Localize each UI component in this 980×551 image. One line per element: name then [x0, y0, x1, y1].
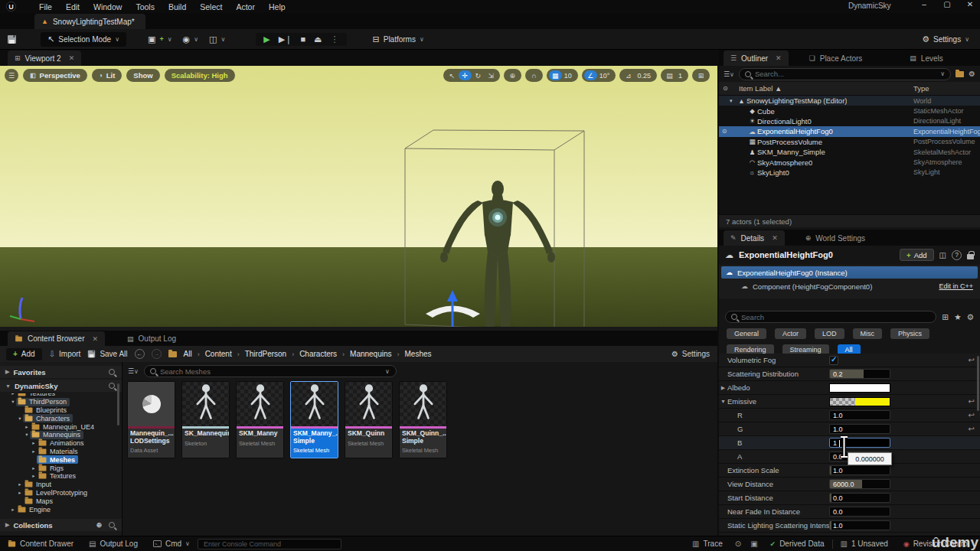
eject-button[interactable]: ⏏: [314, 34, 322, 44]
folder-item[interactable]: Mannequin_UE4: [30, 422, 97, 431]
menu-item-select[interactable]: Select: [194, 2, 228, 12]
category-chip-physics[interactable]: Physics: [890, 328, 929, 339]
move-tool-icon[interactable]: ✛: [459, 70, 472, 80]
close-icon[interactable]: ✕: [69, 54, 75, 62]
lit-dropdown[interactable]: ◑Lit: [92, 69, 122, 82]
expand-arrow-icon[interactable]: ▸: [31, 465, 37, 471]
close-icon[interactable]: ✕: [772, 234, 778, 242]
save-icon[interactable]: [8, 35, 16, 44]
search-icon[interactable]: [109, 383, 115, 389]
surface-snapping[interactable]: ∩: [525, 69, 543, 82]
breadcrumb-item-thirdperson[interactable]: ThirdPerson: [245, 350, 286, 358]
menu-item-window[interactable]: Window: [87, 2, 128, 12]
tab-details[interactable]: ✎ Details ✕: [724, 230, 785, 246]
folder-tree-row[interactable]: ▸Textures: [0, 472, 122, 481]
rotate-tool-icon[interactable]: ↻: [472, 70, 485, 80]
scale-snap-control[interactable]: ⊿ 0.25: [619, 69, 657, 82]
folder-item[interactable]: Meshes: [37, 455, 78, 464]
expand-arrow-icon[interactable]: ▾: [24, 432, 30, 438]
tab-output-log[interactable]: ▤ Output Log: [120, 331, 183, 346]
unsaved-button[interactable]: ▥ 1 Unsaved: [833, 540, 896, 548]
maximize-viewport[interactable]: ⊞: [692, 69, 710, 82]
platforms-dropdown[interactable]: ⊟ Platforms ∨: [373, 34, 424, 44]
derived-data-button[interactable]: ✔ Derived Data: [763, 540, 832, 548]
expand-arrow-icon[interactable]: ▾: [730, 98, 737, 104]
add-collection-icon[interactable]: ⊕: [96, 521, 102, 529]
folder-tree-row[interactable]: ▸Rigs: [0, 464, 122, 472]
maximize-button[interactable]: ▢: [942, 0, 952, 8]
category-chip-actor[interactable]: Actor: [775, 328, 806, 339]
folder-item[interactable]: Rigs: [37, 464, 67, 472]
stop-button[interactable]: ■: [300, 34, 305, 44]
category-chip-general[interactable]: General: [727, 328, 766, 339]
folder-tree-row[interactable]: ▾Mannequins: [0, 431, 122, 439]
menu-item-edit[interactable]: Edit: [60, 2, 86, 12]
new-folder-icon[interactable]: [956, 71, 964, 77]
color-swatch[interactable]: [829, 383, 890, 393]
minimize-button[interactable]: –: [919, 0, 929, 8]
expand-arrow-icon[interactable]: ▸: [31, 473, 37, 479]
instance-row[interactable]: ☁ ExponentialHeightFog0 (Instance): [721, 266, 978, 279]
blueprint-convert-icon[interactable]: ◫: [939, 251, 946, 259]
asset-card[interactable]: Mannequin_...LODSettingsData Asset: [127, 381, 175, 458]
forward-button[interactable]: →: [152, 349, 162, 359]
details-scrollbar[interactable]: [977, 356, 979, 411]
folder-tree-row[interactable]: ▾Characters: [0, 414, 122, 422]
rotation-snap-control[interactable]: ∠ 10°: [582, 69, 616, 82]
close-icon[interactable]: ✕: [92, 335, 98, 343]
numeric-input[interactable]: 1.0: [829, 520, 890, 530]
asset-card[interactable]: SKM_MannySkeletal Mesh: [236, 381, 284, 458]
folder-tree-row[interactable]: Blueprints: [0, 406, 122, 415]
details-search-input[interactable]: Search: [725, 311, 936, 323]
expand-arrow-icon[interactable]: ▸: [31, 440, 37, 446]
eye-icon[interactable]: ⊙: [723, 85, 728, 92]
folder-tree-row[interactable]: ▸LevelPrototyping: [0, 489, 122, 497]
level-tab[interactable]: ▲ SnowyLightingTestMap*: [34, 14, 145, 29]
search-icon[interactable]: [109, 369, 115, 375]
folder-item[interactable]: Textures: [37, 472, 79, 481]
unreal-logo-icon[interactable]: U: [6, 2, 16, 11]
numeric-input[interactable]: 1.0: [829, 424, 890, 434]
numeric-input[interactable]: 6000.0: [829, 479, 890, 489]
breadcrumb-item-content[interactable]: Content: [205, 350, 232, 358]
folder-item[interactable]: Animations: [37, 439, 87, 448]
folder-item[interactable]: LevelPrototyping: [23, 489, 90, 497]
expand-arrow-icon[interactable]: ▶: [719, 385, 727, 391]
reset-to-default-icon[interactable]: ↩: [969, 425, 975, 433]
scalability-button[interactable]: Scalability: High: [165, 69, 235, 82]
snapshot-icon[interactable]: ▣: [746, 540, 762, 548]
scale-snap-value[interactable]: 0.25: [635, 72, 655, 80]
expand-arrow-icon[interactable]: ▸: [17, 481, 23, 487]
collections-section[interactable]: ▶ Collections ⊕: [0, 519, 122, 531]
add-component-button[interactable]: + Add: [900, 249, 933, 261]
folder-item[interactable]: Blueprints: [23, 406, 70, 415]
menu-item-help[interactable]: Help: [263, 2, 292, 12]
edit-in-cpp-link[interactable]: Edit in C++: [939, 282, 973, 290]
eye-icon[interactable]: ⊙: [719, 128, 730, 135]
content-drawer-button[interactable]: Content Drawer: [0, 540, 81, 548]
world-local-toggle[interactable]: ⊕: [504, 69, 521, 82]
close-button[interactable]: ✕: [965, 0, 975, 8]
numeric-input[interactable]: 0.0: [829, 493, 890, 503]
insights-icon[interactable]: ⊙: [730, 540, 746, 548]
camera-speed-control[interactable]: ▤ 1: [661, 69, 688, 82]
menu-item-file[interactable]: File: [33, 2, 58, 12]
details-settings-gear-icon[interactable]: ⚙: [967, 312, 974, 321]
menu-item-tools[interactable]: Tools: [129, 2, 161, 12]
breadcrumb-item-mannequins[interactable]: Mannequins: [350, 350, 391, 358]
outliner-row[interactable]: ⊙☁ExponentialHeightFog0ExponentialHeight…: [719, 126, 980, 136]
console-command-input[interactable]: Enter Console Command: [198, 539, 341, 549]
cinematics-button[interactable]: ◫∨: [209, 34, 225, 44]
add-asset-button[interactable]: + Add: [6, 348, 42, 360]
numeric-input[interactable]: 0.0: [829, 507, 890, 517]
expand-arrow-icon[interactable]: ▼: [719, 399, 727, 404]
folder-item[interactable]: Input: [23, 481, 54, 489]
scale-tool-icon[interactable]: ⇲: [485, 70, 498, 80]
type-column[interactable]: Type: [913, 84, 929, 93]
import-button[interactable]: ⇩ Import: [49, 350, 81, 358]
output-log-button[interactable]: ▤ Output Log: [81, 540, 145, 548]
folder-tree-row[interactable]: ▸Animations: [0, 439, 122, 448]
back-button[interactable]: ←: [135, 349, 145, 359]
expand-arrow-icon[interactable]: ▸: [10, 393, 16, 396]
trace-button[interactable]: ▥ Trace: [684, 540, 730, 548]
